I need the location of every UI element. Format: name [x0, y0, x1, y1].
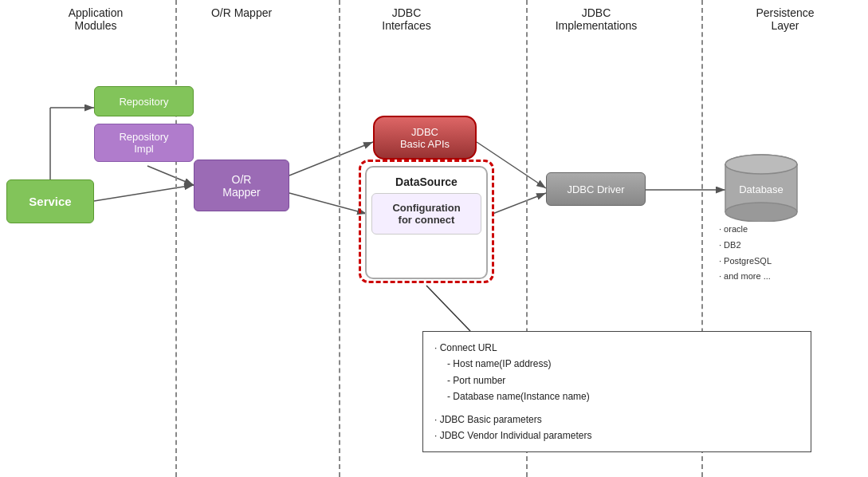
diagram-container: Application Modules O/R Mapper JDBCInter…	[0, 0, 868, 477]
service-box: Service	[6, 179, 94, 223]
repository-impl-box: RepositoryImpl	[94, 124, 194, 162]
svg-text:Database: Database	[739, 183, 784, 195]
db-list: · oracle · DB2 · PostgreSQL · and more .…	[719, 222, 772, 285]
svg-line-4	[94, 185, 194, 201]
svg-line-7	[289, 193, 367, 214]
jdbc-driver-box: JDBC Driver	[546, 172, 646, 206]
col-header-persistence: PersistenceLayer	[717, 6, 853, 32]
datasource-config-box: Configurationfor connect	[371, 193, 481, 235]
col-header-jdbc-impl: JDBCImplementations	[532, 6, 660, 32]
database-cylinder: Database	[721, 150, 801, 222]
divider-2	[339, 0, 340, 477]
svg-point-17	[725, 155, 797, 174]
svg-line-9	[493, 193, 546, 214]
datasource-title: DataSource	[395, 175, 458, 188]
info-box: · Connect URL - Host name(IP address) - …	[422, 331, 811, 452]
divider-1	[175, 0, 177, 477]
datasource-box: DataSource Configurationfor connect	[365, 166, 488, 279]
or-mapper-box: O/RMapper	[194, 160, 289, 211]
col-header-app-modules: Application Modules	[32, 6, 159, 32]
col-header-jdbc-interfaces: JDBCInterfaces	[347, 6, 466, 32]
jdbc-basic-apis-box: JDBCBasic APIs	[373, 116, 477, 160]
col-header-or-mapper: O/R Mapper	[198, 6, 285, 19]
svg-point-16	[725, 203, 797, 222]
svg-line-5	[147, 166, 194, 185]
svg-line-11	[426, 286, 470, 331]
repository-box: Repository	[94, 86, 194, 116]
